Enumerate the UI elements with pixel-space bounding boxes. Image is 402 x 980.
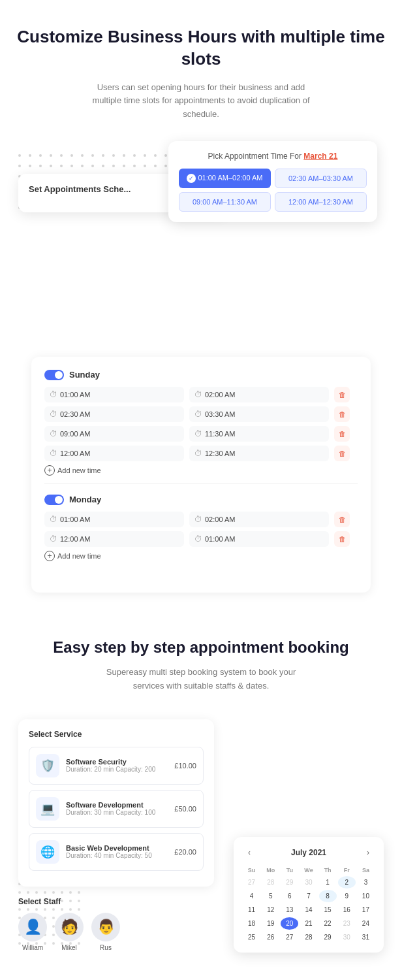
- add-time-label-monday: Add new time: [57, 552, 101, 560]
- monday-label: Monday: [69, 495, 101, 504]
- service-item-security[interactable]: 🛡️ Software Security Duration: 20 min Ca…: [29, 747, 204, 785]
- cal-day[interactable]: 28: [300, 931, 317, 943]
- service-price-security: £10.00: [174, 762, 196, 770]
- clock-icon-8: ⏱: [194, 449, 202, 458]
- cal-day[interactable]: 26: [262, 931, 279, 943]
- monday-time-row-1: ⏱01:00 AM ⏱02:00 AM 🗑: [44, 512, 358, 527]
- cal-day[interactable]: 23: [338, 917, 356, 930]
- cal-day[interactable]: 4: [243, 890, 260, 902]
- sunday-start-3[interactable]: ⏱09:00 AM: [44, 426, 184, 442]
- cal-day[interactable]: 30: [300, 876, 317, 889]
- cal-day[interactable]: 14: [300, 904, 317, 916]
- cal-day-selected[interactable]: 20: [281, 917, 298, 930]
- cal-day[interactable]: 28: [262, 876, 279, 889]
- service-meta-web: Duration: 40 min Capacity: 50: [66, 852, 168, 859]
- staff-william[interactable]: 👤 William: [18, 913, 47, 951]
- monday-add-time[interactable]: + Add new time: [44, 551, 358, 561]
- sunday-end-3[interactable]: ⏱11:30 AM: [189, 426, 329, 442]
- sunday-add-time[interactable]: + Add new time: [44, 465, 358, 476]
- sunday-delete-2[interactable]: 🗑: [334, 406, 350, 422]
- cal-day[interactable]: 29: [319, 931, 337, 943]
- clock-icon-1: ⏱: [50, 390, 57, 399]
- staff-section: Select Staff 👤 William 🧑 Mikel 👨 Rus: [18, 897, 214, 951]
- service-item-dev[interactable]: 💻 Software Development Duration: 30 min …: [29, 790, 204, 828]
- cal-day[interactable]: 27: [281, 931, 298, 943]
- cal-day[interactable]: 13: [281, 904, 298, 916]
- check-icon: ✓: [187, 174, 196, 183]
- cal-day[interactable]: 31: [357, 931, 375, 943]
- cal-day[interactable]: 19: [262, 917, 279, 930]
- staff-list: 👤 William 🧑 Mikel 👨 Rus: [18, 913, 214, 951]
- cal-day[interactable]: 5: [262, 890, 279, 902]
- monday-delete-2[interactable]: 🗑: [334, 531, 350, 547]
- service-name-web: Basic Web Development: [66, 844, 168, 852]
- time-slot-4[interactable]: 12:00 AM–12:30 AM: [275, 192, 367, 212]
- calendar-header: ‹ July 2021 ›: [243, 846, 375, 859]
- sunday-toggle[interactable]: [44, 370, 64, 380]
- section1: Customize Business Hours with multiple t…: [0, 0, 402, 135]
- sunday-start-1[interactable]: ⏱01:00 AM: [44, 387, 184, 402]
- sunday-time-row-4: ⏱12:00 AM ⏱12:30 AM 🗑: [44, 446, 358, 461]
- time-slot-1[interactable]: ✓01:00 AM–02:00 AM: [179, 169, 271, 188]
- sunday-end-4[interactable]: ⏱12:30 AM: [189, 446, 329, 461]
- sunday-delete-3[interactable]: 🗑: [334, 426, 350, 442]
- staff-avatar-william: 👤: [18, 913, 47, 941]
- dow-su: Su: [243, 866, 260, 875]
- clock-icon-9: ⏱: [50, 515, 57, 524]
- cal-day[interactable]: 7: [300, 890, 317, 902]
- section1-description: Users can set opening hours for their bu…: [84, 81, 318, 122]
- monday-start-2[interactable]: ⏱12:00 AM: [44, 531, 184, 547]
- cal-day[interactable]: 6: [281, 890, 298, 902]
- sunday-delete-1[interactable]: 🗑: [334, 387, 350, 402]
- sunday-delete-4[interactable]: 🗑: [334, 446, 350, 461]
- sunday-header: Sunday: [44, 370, 358, 380]
- cal-day[interactable]: 25: [243, 931, 260, 943]
- cal-day[interactable]: 9: [338, 890, 356, 902]
- cal-day[interactable]: 17: [357, 904, 375, 916]
- cal-day[interactable]: 11: [243, 904, 260, 916]
- clock-icon-11: ⏱: [50, 534, 57, 544]
- sunday-start-4[interactable]: ⏱12:00 AM: [44, 446, 184, 461]
- time-slot-3[interactable]: 09:00 AM–11:30 AM: [179, 192, 271, 212]
- cal-day[interactable]: 8: [319, 890, 337, 902]
- dow-mo: Mo: [262, 866, 279, 875]
- monday-header: Monday: [44, 495, 358, 505]
- cal-day[interactable]: 15: [319, 904, 337, 916]
- monday-end-2[interactable]: ⏱01:00 AM: [189, 531, 329, 547]
- calendar-next-button[interactable]: ›: [362, 846, 375, 859]
- cal-day[interactable]: 24: [357, 917, 375, 930]
- sunday-end-2[interactable]: ⏱03:30 AM: [189, 406, 329, 422]
- calendar-prev-button[interactable]: ‹: [243, 846, 256, 859]
- picker-title: Pick Appointment Time For March 21: [179, 152, 367, 161]
- monday-delete-1[interactable]: 🗑: [334, 512, 350, 527]
- sunday-start-2[interactable]: ⏱02:30 AM: [44, 406, 184, 422]
- cal-day[interactable]: 21: [300, 917, 317, 930]
- service-name-dev: Software Development: [66, 801, 168, 809]
- cal-day[interactable]: 1: [319, 876, 337, 889]
- plus-circle-icon-monday: +: [44, 551, 55, 561]
- monday-toggle[interactable]: [44, 495, 64, 505]
- service-item-web[interactable]: 🌐 Basic Web Development Duration: 40 min…: [29, 833, 204, 871]
- cal-day[interactable]: 27: [243, 876, 260, 889]
- cal-day[interactable]: 29: [281, 876, 298, 889]
- sunday-end-1[interactable]: ⏱02:00 AM: [189, 387, 329, 402]
- sunday-section: Sunday ⏱01:00 AM ⏱02:00 AM 🗑 ⏱02:30 AM ⏱…: [44, 370, 358, 484]
- cal-day[interactable]: 30: [338, 931, 356, 943]
- cal-day[interactable]: 2: [338, 876, 356, 889]
- cal-day[interactable]: 12: [262, 904, 279, 916]
- time-slot-2[interactable]: 02:30 AM–03:30 AM: [275, 169, 367, 188]
- cal-day[interactable]: 18: [243, 917, 260, 930]
- staff-rus[interactable]: 👨 Rus: [91, 913, 120, 951]
- cal-day[interactable]: 16: [338, 904, 356, 916]
- cal-day[interactable]: 10: [357, 890, 375, 902]
- clock-icon-6: ⏱: [194, 429, 202, 438]
- staff-mikel[interactable]: 🧑 Mikel: [55, 913, 84, 951]
- monday-start-1[interactable]: ⏱01:00 AM: [44, 512, 184, 527]
- service-info-web: Basic Web Development Duration: 40 min C…: [66, 844, 168, 859]
- cal-day[interactable]: 22: [319, 917, 337, 930]
- booking-mockup: Select Service 🛡️ Software Security Dura…: [18, 719, 384, 980]
- cal-day[interactable]: 3: [357, 876, 375, 889]
- clock-icon-10: ⏱: [194, 515, 202, 524]
- plus-circle-icon-sunday: +: [44, 465, 55, 476]
- monday-end-1[interactable]: ⏱02:00 AM: [189, 512, 329, 527]
